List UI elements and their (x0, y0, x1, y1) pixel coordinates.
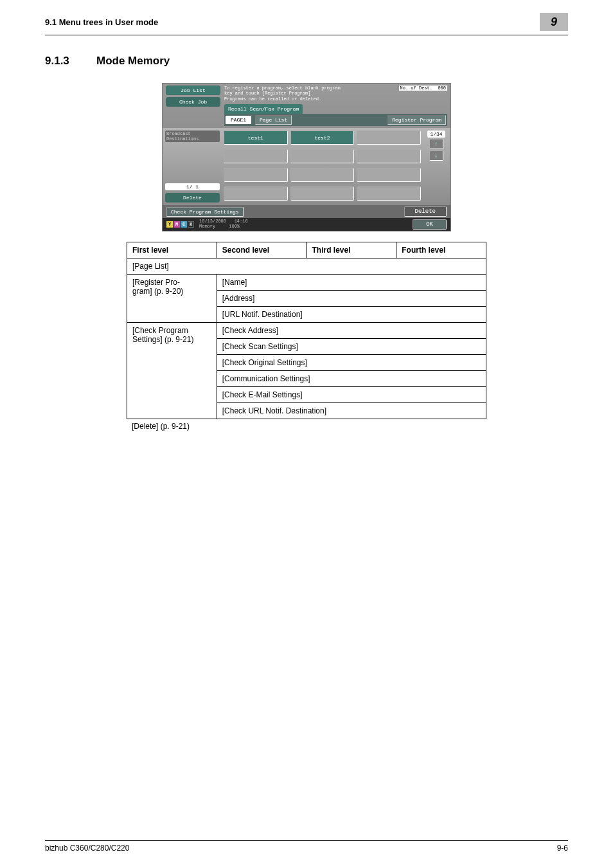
table-cell: [Name] (217, 275, 486, 291)
page-list-button[interactable]: Page List (255, 115, 292, 125)
status-datetime: 10/13/2008 14:16 Memory 100% (199, 219, 248, 229)
status-memory-label: Memory (199, 224, 215, 229)
program-slot[interactable] (224, 186, 288, 201)
instruction-line: Programs can be recalled or deleted. (224, 96, 321, 102)
page-counter: 1/34 (427, 131, 445, 138)
screenshot-panel: Job List Check Job No. of Dest. 000 To r… (162, 83, 451, 231)
program-slot[interactable]: test1 (224, 131, 288, 145)
register-program-button[interactable]: Register Program (387, 115, 446, 125)
check-job-button[interactable]: Check Job (166, 97, 220, 107)
table-cell: [Check Program Settings] (p. 9-21) (127, 323, 217, 419)
table-cell: [Page List] (127, 258, 486, 275)
toner-m-icon: M (173, 221, 180, 228)
cell-line: [Check Program (132, 326, 188, 335)
instruction-line: key and touch [Register Program]. (224, 91, 314, 96)
th-fourth-level: Fourth level (396, 242, 486, 258)
table-cell: [URL Notif. Destination] (217, 307, 486, 323)
arrow-up-icon[interactable]: ↑ (429, 139, 443, 149)
program-slot[interactable] (290, 149, 355, 163)
th-first-level: First level (127, 242, 217, 258)
cell-line: Settings] (p. 9-21) (132, 335, 193, 344)
program-slot[interactable] (357, 149, 421, 163)
program-slot[interactable] (290, 168, 355, 182)
table-cell: [Check E-Mail Settings] (217, 387, 486, 403)
dest-count-label: No. of Dest. 000 (399, 86, 447, 91)
running-head: 9.1 Menu trees in User mode (45, 17, 540, 27)
left-page-indicator: 1/ 1 (165, 183, 220, 190)
th-second-level: Second level (217, 242, 306, 258)
program-slot[interactable] (357, 131, 421, 145)
page1-button[interactable]: PAGE1 (226, 116, 251, 124)
chapter-badge: 9 (540, 13, 568, 31)
delete-side-button[interactable]: Delete (165, 193, 220, 203)
delete-button[interactable]: Delete (404, 206, 447, 217)
recall-program-tab[interactable]: Recall Scan/Fax Program (224, 104, 303, 114)
toner-k-icon: K (188, 221, 194, 228)
program-slot[interactable]: test2 (290, 131, 355, 145)
program-slot[interactable] (357, 168, 421, 182)
job-list-button[interactable]: Job List (166, 86, 220, 95)
arrow-down-icon[interactable]: ↓ (429, 150, 443, 161)
levels-table: First level Second level Third level Fou… (127, 242, 486, 419)
table-cell: [Register Pro- gram] (p. 9-20) (127, 275, 217, 323)
table-cell: [Communication Settings] (217, 371, 486, 387)
table-cell: [Check Address] (217, 323, 486, 339)
below-table-text: [Delete] (p. 9-21) (127, 422, 486, 431)
status-memory-value: 100% (229, 224, 240, 229)
table-cell: [Check Original Settings] (217, 355, 486, 371)
section-heading: Mode Memory (96, 55, 170, 68)
program-slot[interactable] (224, 149, 288, 163)
cell-line: [Register Pro- (132, 278, 180, 287)
program-slot[interactable] (224, 168, 288, 182)
table-cell: [Check URL Notif. Destination] (217, 403, 486, 419)
cell-line: gram] (p. 9-20) (132, 287, 183, 296)
toner-c-icon: C (181, 221, 187, 228)
dest-count-value: 000 (438, 86, 446, 91)
broadcast-destinations-label: Broadcast Destinations (165, 131, 220, 142)
section-number: 9.1.3 (45, 55, 96, 68)
th-third-level: Third level (306, 242, 396, 258)
program-slot[interactable] (290, 186, 355, 201)
ok-button[interactable]: OK (413, 219, 447, 230)
toner-indicator: Y M C K (166, 221, 194, 228)
footer-model: bizhub C360/C280/C220 (45, 844, 557, 853)
check-program-settings-button[interactable]: Check Program Settings (166, 207, 244, 217)
footer-page: 9-6 (557, 844, 568, 853)
toner-y-icon: Y (166, 221, 173, 228)
table-cell: [Address] (217, 291, 486, 307)
program-slot[interactable] (357, 186, 421, 201)
table-cell: [Check Scan Settings] (217, 339, 486, 355)
instruction-line: To register a program, select blank prog… (224, 86, 341, 91)
dest-count-text: No. of Dest. (400, 86, 432, 91)
